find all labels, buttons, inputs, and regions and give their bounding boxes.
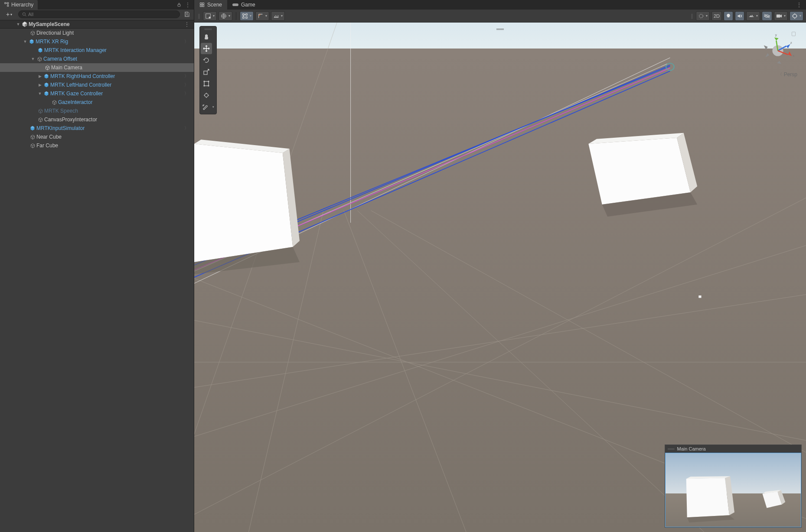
hierarchy-panel: Hierarchy ⋮ +▾ bbox=[0, 0, 194, 532]
svg-rect-30 bbox=[200, 3, 202, 5]
expand-toggle[interactable]: ▼ bbox=[30, 57, 36, 61]
camera-button[interactable]: ▾ bbox=[774, 11, 788, 21]
panel-more-icon[interactable]: ⋮ bbox=[796, 2, 806, 8]
hierarchy-item-main-camera[interactable]: Main Camera bbox=[0, 63, 194, 72]
search-icon bbox=[22, 12, 26, 16]
transform-tool-button[interactable] bbox=[201, 90, 212, 101]
svg-text:z: z bbox=[790, 41, 792, 45]
hierarchy-item-near-cube[interactable]: Near Cube bbox=[0, 133, 194, 141]
gameobject-icon bbox=[43, 65, 51, 71]
node-label: MRTK Interaction Manager bbox=[44, 47, 107, 53]
hierarchy-tab[interactable]: Hierarchy bbox=[0, 0, 38, 10]
svg-point-77 bbox=[204, 85, 205, 86]
viewport-top-grip-icon[interactable]: ══ bbox=[496, 26, 504, 32]
hierarchy-item-canvas-proxy[interactable]: CanvasProxyInteractor bbox=[0, 115, 194, 124]
hierarchy-item-mrtk-xr-rig[interactable]: ▼ MRTK XR Rig 〉 bbox=[0, 37, 194, 46]
prefab-open-icon[interactable]: 〉 bbox=[184, 73, 194, 79]
hierarchy-item-interaction-manager[interactable]: MRTK Interaction Manager bbox=[0, 46, 194, 55]
snap-increment-button[interactable]: ▾ bbox=[255, 11, 269, 21]
svg-marker-86 bbox=[788, 52, 792, 56]
prefab-open-icon[interactable]: 〉 bbox=[184, 82, 194, 88]
row-more-icon[interactable]: ⋮ bbox=[184, 21, 194, 27]
camera-preview[interactable]: ══ Main Camera bbox=[665, 444, 802, 528]
panel-more-icon[interactable]: ⋮ bbox=[185, 2, 190, 8]
svg-line-49 bbox=[194, 235, 806, 447]
expand-toggle[interactable]: ▼ bbox=[37, 91, 42, 96]
svg-rect-31 bbox=[202, 3, 204, 5]
game-tab-icon bbox=[232, 2, 238, 7]
hierarchy-item-left-hand[interactable]: ▶ MRTK LeftHand Controller 〉 bbox=[0, 81, 194, 89]
rect-tool-button[interactable] bbox=[201, 78, 212, 89]
prefab-open-icon[interactable]: 〉 bbox=[184, 91, 194, 97]
draw-debug-button[interactable]: ▾ bbox=[696, 11, 710, 21]
effects-button[interactable]: ▾ bbox=[746, 11, 760, 21]
camera-preview-header[interactable]: ══ Main Camera bbox=[665, 445, 801, 453]
svg-marker-84 bbox=[774, 37, 779, 40]
toolbar-grip-icon: ∥ bbox=[690, 13, 694, 19]
hand-tool-button[interactable] bbox=[201, 31, 212, 42]
grid-snap-button[interactable]: ▾ bbox=[240, 11, 254, 21]
visibility-button[interactable] bbox=[762, 11, 772, 21]
scale-tool-button[interactable] bbox=[201, 66, 212, 78]
hierarchy-item-gaze-interactor[interactable]: GazeInteractor bbox=[0, 98, 194, 107]
palette-grip-icon[interactable]: ══ bbox=[201, 27, 215, 31]
scene-tab[interactable]: Scene bbox=[194, 0, 227, 10]
gameobject-icon bbox=[36, 117, 44, 123]
prefab-icon bbox=[42, 91, 50, 97]
hierarchy-item-input-simulator[interactable]: MRTKInputSimulator 〉 bbox=[0, 124, 194, 133]
svg-line-52 bbox=[357, 211, 704, 532]
audio-button[interactable] bbox=[735, 11, 744, 21]
svg-rect-33 bbox=[202, 5, 204, 7]
projection-label[interactable]: 〈 Persp bbox=[758, 71, 797, 78]
orientation-gizmo[interactable]: x y z 〈 Persp bbox=[758, 31, 797, 78]
svg-rect-93 bbox=[792, 32, 795, 36]
scene-panel: Scene Game ⋮ ∥ ▾ ▾ ▾ ▾ ▾ bbox=[194, 0, 806, 532]
prefab-open-icon[interactable]: 〉 bbox=[184, 125, 194, 131]
shading-mode-button[interactable]: ▾ bbox=[219, 11, 232, 21]
save-scene-button[interactable] bbox=[183, 11, 191, 17]
svg-point-78 bbox=[208, 85, 209, 86]
search-box[interactable] bbox=[18, 10, 180, 18]
node-label: Far Cube bbox=[36, 143, 58, 149]
svg-rect-32 bbox=[200, 5, 202, 7]
node-label: Directional Light bbox=[36, 30, 74, 36]
hierarchy-tab-label: Hierarchy bbox=[11, 2, 33, 8]
hierarchy-item-directional-light[interactable]: Directional Light bbox=[0, 29, 194, 37]
search-input[interactable] bbox=[28, 12, 176, 17]
rotate-tool-button[interactable] bbox=[201, 55, 212, 66]
prefab-open-icon[interactable]: 〉 bbox=[184, 39, 194, 45]
prefab-icon bbox=[29, 125, 36, 131]
snap-settings-button[interactable]: ▾ bbox=[271, 11, 285, 21]
hierarchy-item-far-cube[interactable]: Far Cube bbox=[0, 141, 194, 150]
node-label: MRTK Gaze Controller bbox=[50, 91, 103, 97]
scene-toolbar: ∥ ▾ ▾ ▾ ▾ ▾ ∥ ▾ 2D bbox=[194, 10, 806, 23]
move-tool-button[interactable] bbox=[201, 43, 212, 54]
svg-marker-89 bbox=[764, 45, 768, 50]
camera-preview-title: Main Camera bbox=[677, 446, 706, 451]
node-label: CanvasProxyInteractor bbox=[44, 117, 97, 123]
scene-row[interactable]: ▼ MySampleScene ⋮ bbox=[0, 20, 194, 29]
svg-point-63 bbox=[666, 63, 674, 71]
gizmos-button[interactable]: ▾ bbox=[790, 11, 803, 21]
game-tab[interactable]: Game bbox=[227, 0, 261, 10]
expand-toggle[interactable]: ▶ bbox=[37, 74, 42, 78]
lighting-button[interactable] bbox=[724, 11, 733, 21]
hierarchy-item-gaze-controller[interactable]: ▼ MRTK Gaze Controller 〉 bbox=[0, 89, 194, 98]
expand-toggle[interactable]: ▼ bbox=[16, 22, 21, 26]
svg-rect-6 bbox=[186, 15, 188, 16]
svg-rect-39 bbox=[246, 13, 248, 15]
hierarchy-item-right-hand[interactable]: ▶ MRTK RightHand Controller 〉 bbox=[0, 72, 194, 81]
draw-mode-button[interactable]: ▾ bbox=[203, 11, 217, 21]
expand-toggle[interactable]: ▼ bbox=[23, 39, 28, 44]
svg-rect-38 bbox=[243, 13, 245, 15]
add-button[interactable]: +▾ bbox=[3, 10, 16, 18]
expand-toggle[interactable]: ▶ bbox=[37, 83, 42, 87]
toggle-2d-button[interactable]: 2D bbox=[711, 11, 722, 21]
lock-icon[interactable] bbox=[176, 2, 182, 7]
svg-rect-40 bbox=[243, 16, 245, 18]
hierarchy-item-camera-offset[interactable]: ▼ Camera Offset bbox=[0, 55, 194, 63]
scene-viewport[interactable]: ══ ══ ▾ bbox=[194, 23, 806, 532]
custom-tool-button[interactable]: ▾ bbox=[201, 101, 215, 113]
svg-point-76 bbox=[208, 81, 209, 82]
hierarchy-item-mrtk-speech[interactable]: MRTK Speech bbox=[0, 107, 194, 115]
